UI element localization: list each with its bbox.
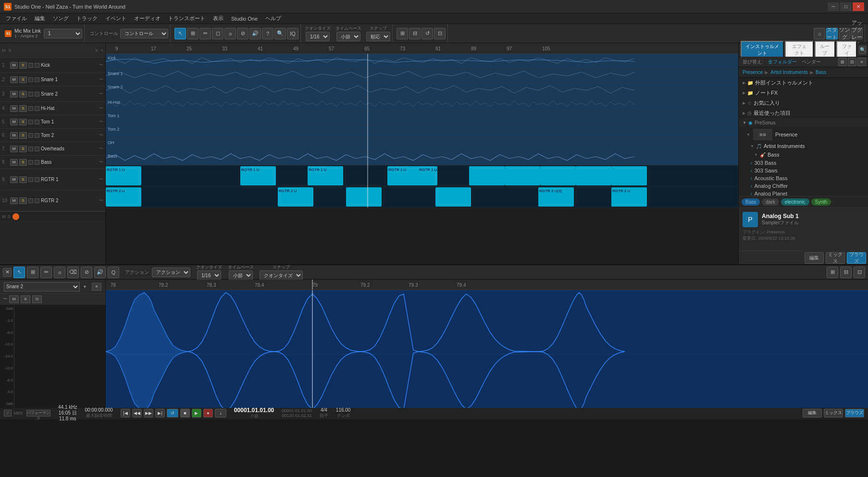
bottom-menu-btn[interactable]: ≡ (92, 283, 101, 291)
iq-btn[interactable]: IQ (287, 28, 298, 39)
rgtr1-clip-6[interactable] (469, 166, 505, 185)
track-monitor-5[interactable] (35, 120, 39, 124)
midi-indicator-btn[interactable]: ♩ (4, 410, 12, 416)
track-mute-10[interactable]: M (10, 197, 18, 204)
end-btn[interactable]: ▶| (155, 409, 165, 417)
menu-song[interactable]: ソング (49, 14, 73, 23)
track-mute-6[interactable]: M (10, 132, 18, 139)
track-monitor-9[interactable] (35, 177, 39, 182)
browse-btn[interactable]: ブラウズ (847, 252, 866, 264)
click-btn[interactable]: ♩ (215, 409, 226, 417)
track-arm-1[interactable] (28, 63, 33, 68)
performance-btn[interactable]: パフォーマンス (26, 410, 50, 416)
menu-transport[interactable]: トランスポート (164, 14, 209, 23)
bass-folder[interactable]: ▼ 🎸 Bass (739, 150, 868, 159)
track-solo-9[interactable]: S (19, 176, 27, 183)
track-solo-5[interactable]: S (19, 119, 27, 125)
home-btn[interactable]: ⌂ (814, 28, 825, 39)
upgrade-btn[interactable]: アップグレード (851, 28, 863, 39)
snap-select[interactable]: 順応 (366, 32, 390, 41)
track-monitor-8[interactable] (35, 160, 39, 165)
track-arm-8[interactable] (28, 160, 33, 165)
bottom-mute-btn[interactable]: ⊘ (81, 267, 92, 278)
bottom-paint-btn[interactable]: ⌾ (54, 267, 65, 278)
rgtr1-clip-8[interactable] (540, 166, 576, 185)
punch-btn[interactable]: ⊡ (434, 28, 446, 39)
close-button[interactable]: ✕ (853, 2, 864, 11)
track-mute-5[interactable]: M (10, 119, 18, 125)
tag-electronic[interactable]: electronic (781, 198, 809, 206)
track-monitor-2[interactable] (35, 77, 39, 82)
minimize-button[interactable]: ─ (828, 2, 839, 11)
bottom-snap-select[interactable]: クオンタイズ (260, 270, 303, 280)
breadcrumb-bass[interactable]: Bass (816, 70, 826, 75)
menu-view[interactable]: 表示 (209, 14, 227, 23)
collapse-all-btn[interactable]: ⊟ (848, 58, 856, 66)
breadcrumb-artist-instruments[interactable]: Artist Instruments (770, 70, 808, 75)
vendor-btn[interactable]: ベンダー (800, 58, 823, 66)
filter-btn[interactable]: ≡ (857, 58, 866, 66)
bottom-close-btn[interactable]: ✕ (3, 268, 12, 277)
track-mute-4[interactable]: M (10, 105, 18, 112)
track-mute-1[interactable]: M (10, 62, 18, 69)
track-mute-8[interactable]: M (10, 159, 18, 166)
track-mute-3[interactable]: M (10, 91, 18, 98)
mix-btn[interactable]: ミックス (826, 252, 845, 264)
zoom-btn[interactable]: 🔍 (274, 28, 286, 39)
bottom-zoom-in-btn[interactable]: ⊞ (827, 267, 838, 278)
bass-item-acoustic-bass[interactable]: ♪ Acoustic Bass (739, 174, 868, 182)
mix-panel-btn[interactable]: ミックス (824, 409, 843, 417)
all-folders-btn[interactable]: 全フォルダー (766, 58, 799, 66)
edit-btn[interactable]: 編集 (805, 252, 824, 264)
presonus-section[interactable]: ▼ ◉ PreSonus (739, 118, 868, 127)
rgtr1-clip-7[interactable] (505, 166, 540, 185)
track-solo-1[interactable]: S (19, 62, 27, 69)
fast-rewind-btn[interactable]: ◀◀ (132, 409, 142, 417)
start-btn[interactable]: スタート (826, 28, 838, 39)
presence-instrument[interactable]: ▼ ⊞⊞ Presence (739, 127, 868, 142)
track-mute-2[interactable]: M (10, 76, 18, 83)
browse-panel-btn[interactable]: ブラウズ (845, 409, 864, 417)
stop-btn[interactable]: ■ (180, 409, 190, 417)
tag-bass[interactable]: Bass (742, 198, 760, 206)
cursor-tool-btn[interactable]: ↖ (174, 28, 186, 39)
track-arm-2[interactable] (28, 77, 33, 82)
folder-external-instruments[interactable]: ▶ 📁 外部インストゥルメント (739, 78, 868, 88)
range-tool-btn[interactable]: ⊞ (187, 28, 198, 39)
play-btn[interactable]: ▶ (192, 409, 201, 417)
loops-tab[interactable]: ループ (815, 41, 835, 59)
song-btn[interactable]: ソング (839, 28, 850, 39)
rgtr2-clip-4[interactable] (435, 187, 471, 207)
track-monitor-4[interactable] (35, 106, 39, 111)
tag-synth[interactable]: Synth (811, 198, 831, 206)
bottom-quantize-select[interactable]: 1/16 (197, 270, 221, 280)
effects-tab[interactable]: エフェクト (785, 41, 813, 59)
track-monitor-3[interactable] (35, 92, 39, 97)
folder-favorites[interactable]: ▶ ☆ お気に入り (739, 98, 868, 108)
bottom-track-o[interactable]: O (32, 295, 42, 303)
bass-item-analog-planet[interactable]: ♪ Analog Planet (739, 190, 868, 196)
search-panel-btn[interactable]: 🔍 (859, 46, 866, 54)
track-solo-8[interactable]: S (19, 159, 27, 166)
bottom-cursor-btn[interactable]: ↖ (13, 267, 25, 278)
bottom-speaker-btn[interactable]: 🔊 (94, 267, 106, 278)
track-monitor-7[interactable] (35, 147, 39, 151)
paint-tool-btn[interactable]: ⌾ (224, 28, 236, 39)
listen-tool-btn[interactable]: 🔊 (249, 28, 261, 39)
menu-track[interactable]: トラック (73, 14, 101, 23)
track-arm-10[interactable] (28, 198, 33, 203)
loop-indicator-btn[interactable]: ↺ (167, 409, 178, 417)
track-arm-4[interactable] (28, 106, 33, 111)
bass-item-303saws[interactable]: ♪ 303 Saws (739, 167, 868, 174)
folder-notefx[interactable]: ▶ 📁 ノートFX (739, 88, 868, 98)
track-monitor-6[interactable] (35, 133, 39, 138)
rgtr2-clip-3[interactable] (346, 187, 382, 207)
track-solo-6[interactable]: S (19, 132, 27, 139)
menu-file[interactable]: ファイル (2, 14, 31, 23)
pencil-tool-btn[interactable]: ✏ (199, 28, 211, 39)
bottom-track-menu-btn[interactable]: ▼ (83, 284, 87, 289)
menu-help[interactable]: ヘルプ (261, 14, 285, 23)
fast-forward-btn[interactable]: ▶▶ (144, 409, 153, 417)
track-arm-5[interactable] (28, 120, 33, 124)
zoom-in-btn[interactable]: ⊞ (397, 28, 408, 39)
